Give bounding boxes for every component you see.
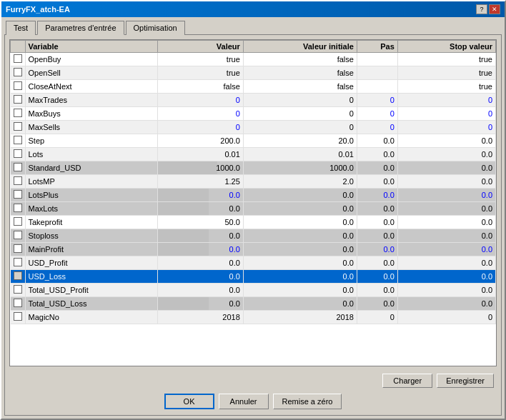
checkbox-cell[interactable] bbox=[11, 311, 26, 324]
stop-valeur-cell[interactable]: 0.0 bbox=[397, 134, 495, 148]
pas-cell[interactable]: 0.0 bbox=[357, 189, 397, 202]
pas-cell[interactable]: 0.0 bbox=[357, 148, 397, 161]
checkbox-cell[interactable] bbox=[11, 134, 26, 148]
valeur-initiale-cell[interactable]: false bbox=[243, 66, 357, 80]
valeur-cell[interactable]: 200.0 bbox=[158, 134, 243, 148]
valeur-cell[interactable]: 0.0 bbox=[158, 243, 243, 256]
valeur-cell[interactable]: 1.25 bbox=[158, 175, 243, 189]
pas-cell[interactable]: 0.0 bbox=[357, 229, 397, 243]
tab-test[interactable]: Test bbox=[6, 21, 36, 35]
checkbox-cell[interactable] bbox=[11, 148, 26, 161]
checkbox-cell[interactable] bbox=[11, 284, 26, 297]
row-checkbox[interactable] bbox=[14, 95, 22, 104]
tab-parametres[interactable]: Parametres d'entrée bbox=[37, 21, 124, 35]
pas-cell[interactable]: 0.0 bbox=[357, 134, 397, 148]
checkbox-cell[interactable] bbox=[11, 161, 26, 175]
row-checkbox[interactable] bbox=[14, 109, 22, 117]
row-checkbox[interactable] bbox=[14, 244, 22, 253]
row-checkbox[interactable] bbox=[14, 271, 22, 280]
valeur-cell[interactable]: true bbox=[158, 66, 243, 80]
pas-cell[interactable]: 0.0 bbox=[357, 216, 397, 229]
checkbox-cell[interactable] bbox=[11, 189, 26, 202]
row-checkbox[interactable] bbox=[14, 285, 22, 294]
pas-cell[interactable]: 0 bbox=[357, 94, 397, 107]
row-checkbox[interactable] bbox=[14, 258, 22, 266]
row-checkbox[interactable] bbox=[14, 136, 22, 144]
valeur-cell[interactable]: 0 bbox=[158, 121, 243, 134]
checkbox-cell[interactable] bbox=[11, 80, 26, 94]
valeur-cell[interactable]: 0.0 bbox=[158, 297, 243, 311]
valeur-initiale-cell[interactable]: 0 bbox=[243, 94, 357, 107]
stop-valeur-cell[interactable]: 0.0 bbox=[397, 202, 495, 216]
valeur-cell[interactable]: 0.0 bbox=[158, 284, 243, 297]
valeur-initiale-cell[interactable]: 0 bbox=[243, 121, 357, 134]
valeur-cell[interactable]: 0.0 bbox=[158, 202, 243, 216]
valeur-initiale-cell[interactable]: false bbox=[243, 80, 357, 94]
valeur-initiale-cell[interactable]: 20.0 bbox=[243, 134, 357, 148]
valeur-initiale-cell[interactable]: 2018 bbox=[243, 311, 357, 324]
pas-cell[interactable]: 0 bbox=[357, 311, 397, 324]
stop-valeur-cell[interactable]: 0 bbox=[397, 121, 495, 134]
checkbox-cell[interactable] bbox=[11, 121, 26, 134]
valeur-cell[interactable]: 0.0 bbox=[158, 256, 243, 270]
valeur-cell[interactable]: 0.01 bbox=[158, 148, 243, 161]
valeur-initiale-cell[interactable]: 0.0 bbox=[243, 243, 357, 256]
checkbox-cell[interactable] bbox=[11, 53, 26, 66]
valeur-initiale-cell[interactable]: 1000.0 bbox=[243, 161, 357, 175]
checkbox-cell[interactable] bbox=[11, 256, 26, 270]
row-checkbox[interactable] bbox=[14, 176, 22, 185]
stop-valeur-cell[interactable]: 0.0 bbox=[397, 161, 495, 175]
pas-cell[interactable] bbox=[357, 80, 397, 94]
checkbox-cell[interactable] bbox=[11, 66, 26, 80]
valeur-cell[interactable]: 1000.0 bbox=[158, 161, 243, 175]
row-checkbox[interactable] bbox=[14, 231, 22, 239]
valeur-initiale-cell[interactable]: 0.0 bbox=[243, 297, 357, 311]
row-checkbox[interactable] bbox=[14, 68, 22, 76]
valeur-initiale-cell[interactable]: 0.0 bbox=[243, 256, 357, 270]
valeur-initiale-cell[interactable]: 0 bbox=[243, 107, 357, 121]
pas-cell[interactable]: 0 bbox=[357, 121, 397, 134]
checkbox-cell[interactable] bbox=[11, 216, 26, 229]
row-checkbox[interactable] bbox=[14, 204, 22, 212]
stop-valeur-cell[interactable]: 0.0 bbox=[397, 297, 495, 311]
stop-valeur-cell[interactable]: 0.0 bbox=[397, 216, 495, 229]
annuler-button[interactable]: Annuler bbox=[219, 394, 269, 409]
valeur-initiale-cell[interactable]: false bbox=[243, 53, 357, 66]
valeur-initiale-cell[interactable]: 0.0 bbox=[243, 216, 357, 229]
valeur-initiale-cell[interactable]: 0.0 bbox=[243, 284, 357, 297]
pas-cell[interactable]: 0.0 bbox=[357, 175, 397, 189]
valeur-cell[interactable]: 0.0 bbox=[158, 189, 243, 202]
stop-valeur-cell[interactable]: 0.0 bbox=[397, 284, 495, 297]
stop-valeur-cell[interactable]: true bbox=[397, 80, 495, 94]
row-checkbox[interactable] bbox=[14, 217, 22, 226]
row-checkbox[interactable] bbox=[14, 149, 22, 158]
row-checkbox[interactable] bbox=[14, 122, 22, 131]
pas-cell[interactable] bbox=[357, 53, 397, 66]
pas-cell[interactable] bbox=[357, 66, 397, 80]
checkbox-cell[interactable] bbox=[11, 107, 26, 121]
charger-button[interactable]: Charger bbox=[382, 374, 432, 388]
valeur-cell[interactable]: 2018 bbox=[158, 311, 243, 324]
valeur-initiale-cell[interactable]: 0.0 bbox=[243, 189, 357, 202]
stop-valeur-cell[interactable]: 0.0 bbox=[397, 148, 495, 161]
stop-valeur-cell[interactable]: 0 bbox=[397, 94, 495, 107]
stop-valeur-cell[interactable]: 0.0 bbox=[397, 175, 495, 189]
remise-button[interactable]: Remise a zéro bbox=[273, 394, 342, 409]
stop-valeur-cell[interactable]: 0.0 bbox=[397, 189, 495, 202]
checkbox-cell[interactable] bbox=[11, 297, 26, 311]
stop-valeur-cell[interactable]: 0 bbox=[397, 107, 495, 121]
tab-optimisation[interactable]: Optimisation bbox=[126, 21, 185, 35]
row-checkbox[interactable] bbox=[14, 299, 22, 307]
valeur-initiale-cell[interactable]: 2.0 bbox=[243, 175, 357, 189]
valeur-cell[interactable]: true bbox=[158, 53, 243, 66]
checkbox-cell[interactable] bbox=[11, 270, 26, 284]
enregistrer-button[interactable]: Enregistrer bbox=[437, 374, 494, 388]
valeur-initiale-cell[interactable]: 0.0 bbox=[243, 202, 357, 216]
close-button[interactable]: ✕ bbox=[489, 4, 500, 14]
stop-valeur-cell[interactable]: 0.0 bbox=[397, 256, 495, 270]
stop-valeur-cell[interactable]: 0 bbox=[397, 311, 495, 324]
valeur-initiale-cell[interactable]: 0.0 bbox=[243, 270, 357, 284]
checkbox-cell[interactable] bbox=[11, 229, 26, 243]
checkbox-cell[interactable] bbox=[11, 175, 26, 189]
valeur-cell[interactable]: 50.0 bbox=[158, 216, 243, 229]
